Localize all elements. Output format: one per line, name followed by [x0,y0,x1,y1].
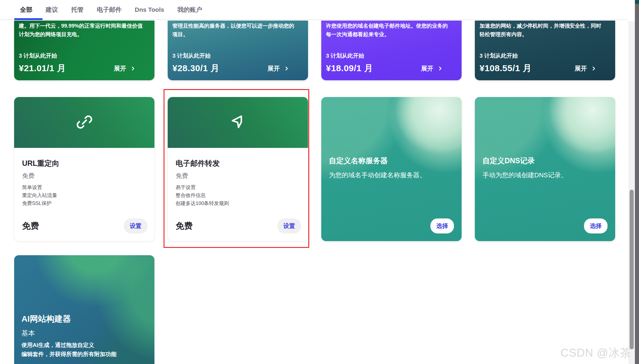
card-price: 免费 [22,220,39,232]
email-hosting-plan-card[interactable]: 许您使用您的域名创建电子邮件地址。使您的业务的 每一次沟通都看起来专业。 3 计… [321,21,462,80]
plan-description: 管理且性能高的服务器，以便您可以进一步推动您的 [172,22,303,30]
plan-description: 建。用下一代云，99.99%的正常运行时间和最佳价值 [19,22,150,30]
chevron-right-icon [284,66,289,71]
feature-item: 创建多达100条转发规则 [176,199,301,207]
plans-count-label: 3 计划从此开始 [19,52,150,60]
inner-scrollbar-thumb[interactable] [630,190,634,349]
feature-item: 重定向入站流量 [22,191,147,199]
plan-description: 轻松管理所有内容。 [480,30,610,39]
tab-all[interactable]: 全部 [20,6,32,14]
active-tab-indicator [14,18,43,20]
card-description: 使用AI生成，通过拖放自定义 [21,340,147,350]
service-cards-row: URL重定向 免费 简单设置 重定向入站流量 免费SSL保护 免费 设置 [14,97,615,241]
url-redirect-card-header [14,97,154,148]
feature-item: 免费SSL保护 [22,199,147,207]
category-tabs-bar: 全部 建议 托管 电子邮件 Dns Tools 我的账户 [0,0,628,20]
chevron-right-icon [437,66,443,71]
plan-description: 加速您的网站，减少停机时间，并增强安全性，同时 [480,22,610,30]
outer-scrollbar-cap [635,0,639,4]
email-forwarding-card-header [168,97,308,148]
plan-description: 许您使用您的域名创建电子邮件地址。使您的业务的 [326,22,457,30]
tab-suggestions[interactable]: 建议 [46,6,58,14]
card-title: 自定义DNS记录 [482,156,608,166]
vps-hosting-plan-card[interactable]: 管理且性能高的服务器，以便您可以进一步推动您的 项目。 3 计划从此开始 ¥28… [168,21,308,80]
cdn-plan-card[interactable]: 加速您的网站，减少停机时间，并增强安全性，同时 轻松管理所有内容。 3 计划从此… [475,21,615,80]
card-subtitle: 基本 [21,329,147,338]
card-description: 编辑套件，并获得所需的所有附加功能 [21,350,147,359]
feature-item: 整合收件信息 [176,191,301,199]
plans-count-label: 3 计划从此开始 [480,52,610,60]
setup-button[interactable]: 设置 [277,218,301,233]
select-button[interactable]: 选择 [584,218,608,233]
tab-my-account[interactable]: 我的账户 [177,6,202,14]
link-icon [75,113,94,133]
csdn-watermark: CSDN @冰茶 [560,345,631,360]
plans-count-label: 3 计划从此开始 [326,52,457,60]
custom-dns-records-card[interactable]: 自定义DNS记录 手动为您的域创建DNS记录。 选择 [475,97,615,241]
setup-button[interactable]: 设置 [124,218,147,233]
plan-cards-row: 建。用下一代云，99.99%的正常运行时间和最佳价值 计划为您的网络项目充电。 … [14,21,615,80]
card-title: AI网站构建器 [21,313,147,325]
url-redirect-card[interactable]: URL重定向 免费 简单设置 重定向入站流量 免费SSL保护 免费 设置 [14,97,154,241]
tab-email[interactable]: 电子邮件 [97,6,122,14]
card-price: 免费 [176,220,193,232]
feature-item: 易于设置 [176,183,301,191]
tab-hosting[interactable]: 托管 [71,6,84,14]
card-description: 手动为您的域创建DNS记录。 [482,171,608,180]
tab-dns-tools[interactable]: Dns Tools [135,6,164,13]
cloud-hosting-plan-card[interactable]: 建。用下一代云，99.99%的正常运行时间和最佳价值 计划为您的网络项目充电。 … [14,21,154,80]
card-subtitle: 免费 [176,172,301,180]
plan-price: ¥18.09/1 月 [326,62,373,74]
plan-price: ¥28.30/1 月 [172,62,219,74]
expand-button[interactable]: 展开 [114,64,136,73]
email-forwarding-card[interactable]: 电子邮件转发 免费 易于设置 整合收件信息 创建多达100条转发规则 免费 设置 [168,97,308,241]
expand-button[interactable]: 展开 [421,64,443,73]
select-button[interactable]: 选择 [430,218,454,233]
expand-button[interactable]: 展开 [267,64,289,73]
custom-nameservers-card[interactable]: 自定义名称服务器 为您的域名手动创建名称服务器。 选择 [321,97,462,241]
plan-price: ¥108.55/1 月 [480,62,532,74]
ai-website-builder-card[interactable]: AI网站构建器 基本 使用AI生成，通过拖放自定义 编辑套件，并获得所需的所有附… [14,255,154,364]
card-title: 电子邮件转发 [176,158,301,168]
plan-description: 计划为您的网络项目充电。 [19,30,150,39]
feature-item: 简单设置 [22,183,147,191]
email-forward-icon [229,113,247,133]
plan-description: 每一次沟通都看起来专业。 [326,30,457,39]
card-subtitle: 免费 [22,172,147,180]
domain-services-page: 全部 建议 托管 电子邮件 Dns Tools 我的账户 建。用下一代云，99.… [0,0,639,364]
expand-button[interactable]: 展开 [575,64,596,73]
outer-scrollbar-strip[interactable] [635,0,639,364]
chevron-right-icon [130,66,136,71]
card-description: 为您的域名手动创建名称服务器。 [329,171,454,180]
card-title: URL重定向 [22,158,147,168]
chevron-right-icon [591,66,596,71]
plan-price: ¥21.01/1 月 [19,62,66,74]
plans-count-label: 3 计划从此开始 [172,52,303,60]
card-title: 自定义名称服务器 [329,156,454,166]
plan-description: 项目。 [172,30,303,39]
